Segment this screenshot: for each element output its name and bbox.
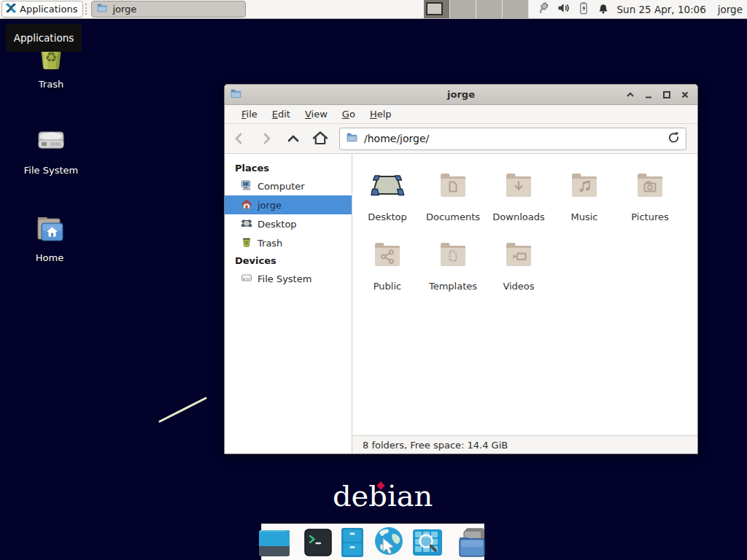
- file-item-downloads[interactable]: Downloads: [486, 167, 551, 236]
- home-folder-icon: [32, 210, 67, 247]
- folder-templates-icon: [436, 236, 471, 273]
- file-item-label: Desktop: [368, 211, 407, 222]
- menubar: File Edit View Go Help: [225, 105, 697, 124]
- desktop-icon-label: File System: [24, 165, 78, 176]
- menu-help[interactable]: Help: [363, 106, 398, 122]
- back-button[interactable]: [227, 128, 252, 149]
- statusbar: 8 folders, Free space: 14.4 GiB: [352, 435, 697, 454]
- sidebar-item-label: Computer: [258, 181, 305, 192]
- workspace-4[interactable]: [503, 0, 529, 18]
- sidebar-header-devices: Devices: [225, 252, 352, 269]
- applications-tooltip: Applications: [6, 24, 82, 52]
- workspace-1[interactable]: [424, 0, 450, 18]
- folder-pictures-icon: [632, 167, 667, 204]
- computer-icon: [241, 179, 252, 193]
- system-tray: [536, 1, 610, 18]
- sidebar-item-trash[interactable]: ♻ Trash: [225, 233, 352, 252]
- file-item-label: Music: [571, 211, 598, 222]
- file-item-label: Pictures: [631, 211, 668, 222]
- close-button[interactable]: [679, 89, 691, 101]
- desktop-icon-home[interactable]: Home: [15, 210, 85, 263]
- taskbar-window-label: jorge: [112, 4, 136, 15]
- workspace-3[interactable]: [476, 0, 503, 18]
- folder-downloads-icon: [501, 167, 536, 204]
- file-manager-launcher[interactable]: [339, 527, 365, 558]
- debian-logo: debian: [333, 481, 433, 510]
- file-item-public[interactable]: Public: [355, 236, 420, 306]
- sidebar-item-desktop[interactable]: Desktop: [225, 214, 352, 233]
- main-panel: Desktop Documents: [352, 154, 697, 454]
- sidebar-item-file-system[interactable]: File System: [225, 269, 352, 288]
- sidebar-item-jorge[interactable]: jorge: [225, 195, 352, 214]
- path-input[interactable]: [364, 133, 662, 144]
- applications-menu-label: Applications: [20, 4, 77, 15]
- drive-icon: [34, 122, 69, 160]
- menu-view[interactable]: View: [298, 106, 334, 122]
- workspace-2[interactable]: [450, 0, 476, 18]
- terminal-launcher[interactable]: [303, 528, 333, 557]
- file-item-label: Documents: [426, 211, 480, 222]
- file-item-videos[interactable]: Videos: [486, 236, 551, 306]
- file-item-templates[interactable]: Templates: [420, 236, 486, 306]
- folder-icon: [96, 2, 108, 16]
- file-item-documents[interactable]: Documents: [420, 167, 486, 236]
- desktop-icon-file-system[interactable]: File System: [16, 122, 86, 176]
- web-browser-launcher[interactable]: [372, 526, 406, 559]
- titlebar[interactable]: jorge: [225, 85, 697, 105]
- window-body: Places Computer: [225, 154, 697, 454]
- battery-icon[interactable]: [577, 1, 590, 17]
- pathbar-folder-icon: [346, 131, 358, 146]
- network-cable-icon[interactable]: [536, 1, 551, 18]
- file-item-music[interactable]: Music: [551, 167, 617, 236]
- panel-handle[interactable]: [85, 4, 90, 15]
- stray-line-artifact: [153, 392, 219, 432]
- maximize-button[interactable]: [661, 89, 673, 101]
- folder-music-icon: [567, 167, 602, 204]
- applications-menu-button[interactable]: Applications: [1, 1, 83, 18]
- top-panel: Applications jorge: [0, 0, 747, 19]
- sidebar-item-label: jorge: [258, 200, 282, 211]
- menu-go[interactable]: Go: [336, 106, 362, 122]
- dock-panel: [261, 524, 484, 560]
- directory-menu-launcher[interactable]: [456, 527, 488, 558]
- file-manager-window: jorge File Edit View Go Help: [224, 84, 698, 454]
- minimize-button[interactable]: [643, 89, 654, 101]
- taskbar-window-button[interactable]: jorge: [91, 1, 246, 18]
- notifications-bell-icon[interactable]: [597, 1, 610, 17]
- volume-icon[interactable]: [557, 1, 570, 17]
- toolbar: [225, 124, 697, 154]
- desktop-icon: [241, 217, 252, 231]
- statusbar-text: 8 folders, Free space: 14.4 GiB: [363, 440, 508, 451]
- desktop-icon: [370, 167, 405, 204]
- trash-icon: ♻: [241, 236, 252, 250]
- pathbar[interactable]: [339, 128, 686, 150]
- sidebar-item-computer[interactable]: Computer: [225, 176, 352, 195]
- sidebar: Places Computer: [225, 154, 352, 454]
- sidebar-item-label: Desktop: [258, 219, 297, 230]
- home-button[interactable]: [308, 128, 333, 149]
- sidebar-header-places: Places: [225, 160, 352, 176]
- window-controls: [624, 89, 697, 101]
- tooltip-text: Applications: [14, 32, 74, 44]
- file-item-label: Templates: [429, 281, 477, 292]
- workspace-window-preview: [426, 2, 443, 15]
- sidebar-item-label: File System: [258, 273, 311, 284]
- desktop-icon-label: Trash: [39, 79, 63, 90]
- menu-edit[interactable]: Edit: [266, 106, 297, 122]
- forward-button[interactable]: [254, 128, 279, 149]
- file-item-label: Videos: [503, 281, 534, 292]
- shade-button[interactable]: [624, 89, 636, 101]
- show-desktop-button[interactable]: [258, 527, 290, 558]
- app-finder-launcher[interactable]: [412, 528, 443, 557]
- reload-icon[interactable]: [667, 131, 680, 146]
- folder-documents-icon: [436, 167, 471, 204]
- up-button[interactable]: [281, 128, 306, 149]
- file-list[interactable]: Desktop Documents: [352, 154, 697, 435]
- clock[interactable]: Sun 25 Apr, 10:06: [617, 4, 706, 15]
- desktop-icon-label: Home: [36, 252, 63, 263]
- file-item-desktop[interactable]: Desktop: [355, 167, 420, 236]
- sidebar-item-label: Trash: [258, 238, 282, 249]
- folder-public-icon: [370, 236, 405, 273]
- menu-file[interactable]: File: [235, 106, 264, 122]
- file-item-pictures[interactable]: Pictures: [617, 167, 683, 236]
